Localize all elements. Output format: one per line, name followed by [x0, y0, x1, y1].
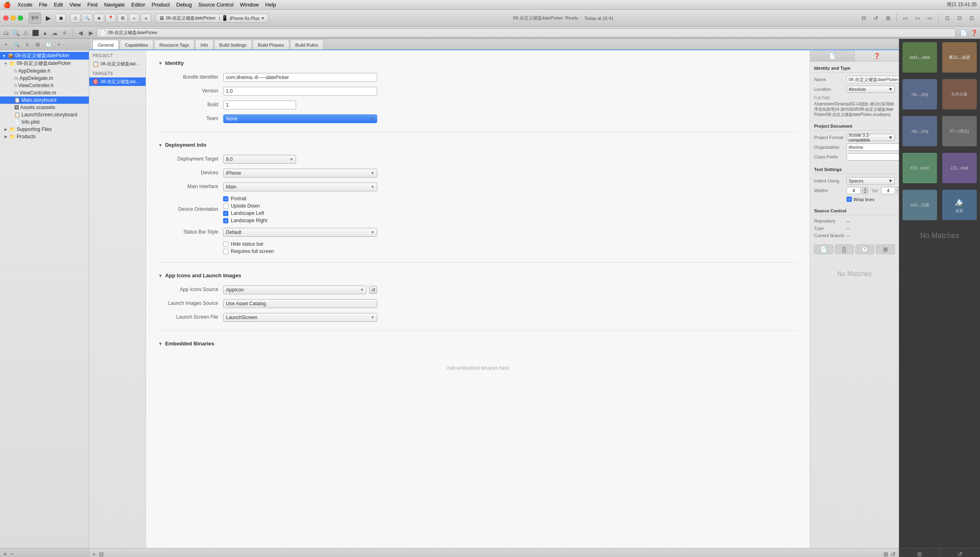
- far-right-file-3[interactable]: nip....png: [903, 79, 937, 109]
- layout-3-button[interactable]: ▭: [924, 14, 935, 23]
- tree-root-project[interactable]: 📦 08-自定义键盘datePicker: [0, 52, 89, 60]
- stop-button[interactable]: 暂停: [29, 13, 41, 24]
- far-right-file-10[interactable]: 🏔️ 桌面: [942, 190, 977, 220]
- orientation-landscapeleft-checkbox[interactable]: ✓: [223, 211, 228, 216]
- far-right-file-7[interactable]: KSI...aster: [903, 153, 937, 183]
- project-format-select[interactable]: Xcode 3.2-compatible ▼: [847, 134, 895, 141]
- indent-width-input[interactable]: [881, 187, 895, 194]
- tree-file-viewcontrollerh[interactable]: h ViewController.h: [0, 82, 89, 89]
- nav-icon-1[interactable]: 📄: [959, 28, 968, 37]
- build-input[interactable]: [223, 101, 296, 109]
- menu-help[interactable]: Help: [265, 2, 276, 8]
- inspector-history-icon[interactable]: 🕐: [855, 244, 875, 254]
- menu-file[interactable]: File: [39, 2, 47, 8]
- sidebar-hierarchy-button[interactable]: ⊞: [33, 41, 42, 49]
- tab-build-settings[interactable]: Build Settings: [214, 40, 252, 49]
- scheme-selector[interactable]: 🖥 08-自定义键盘datePicker | 📱 iPhone 6s Plus …: [155, 14, 269, 23]
- version-input[interactable]: [223, 87, 377, 96]
- inspector-tab-file[interactable]: 📄: [810, 50, 855, 61]
- minimize-button[interactable]: [11, 15, 16, 21]
- file-nav-button[interactable]: 🗂: [2, 28, 11, 37]
- close-button[interactable]: [3, 15, 9, 21]
- tree-group-supporting[interactable]: 📁 Supporting Files: [0, 126, 89, 133]
- nav-icon-2[interactable]: ❓: [969, 28, 978, 37]
- menu-product[interactable]: Product: [152, 2, 170, 8]
- editor-refresh-button[interactable]: ↺: [870, 14, 881, 23]
- tree-file-appdelegatem[interactable]: m AppDelegate.m: [0, 75, 89, 82]
- wrap-lines-checkbox[interactable]: ✓: [847, 197, 852, 202]
- deployment-target-select[interactable]: 9.0 ▼: [223, 155, 296, 164]
- far-right-file-8[interactable]: ZJL...etail: [942, 153, 977, 183]
- back-button[interactable]: ◀: [76, 28, 85, 37]
- app-icons-source-select[interactable]: AppIcon ▼: [223, 285, 367, 294]
- add-group-button[interactable]: +: [3, 551, 7, 557]
- menu-find[interactable]: Find: [87, 2, 97, 8]
- tree-file-mainstoryboard[interactable]: 📋 Main.storyboard: [0, 96, 89, 104]
- inspector-doc-icon[interactable]: 📄: [814, 244, 833, 254]
- tab-general[interactable]: General: [92, 40, 119, 49]
- orientation-upsidedown-checkbox[interactable]: [223, 204, 228, 209]
- requires-fullscreen-checkbox[interactable]: [223, 249, 228, 254]
- app-icons-refresh-button[interactable]: ↺: [369, 286, 377, 294]
- bundle-id-input[interactable]: [223, 73, 377, 82]
- menu-window[interactable]: Window: [240, 2, 259, 8]
- far-right-file-2[interactable]: 第13....业进: [942, 42, 977, 73]
- layout-1-button[interactable]: ▭: [900, 14, 911, 23]
- tree-file-viewcontrollerm[interactable]: m ViewController.m: [0, 89, 89, 96]
- menu-view[interactable]: View: [69, 2, 81, 8]
- sidebar-sort-button[interactable]: ≡: [23, 41, 32, 49]
- tree-group-products[interactable]: 📁 Products: [0, 133, 89, 140]
- maximize-button[interactable]: [18, 15, 23, 21]
- far-right-file-1[interactable]: ios1....xlsx: [903, 42, 937, 73]
- test-nav-button[interactable]: ⬛: [31, 28, 40, 37]
- deployment-toggle[interactable]: ▼: [158, 143, 163, 148]
- class-prefix-input[interactable]: [847, 153, 899, 161]
- stop-square-button[interactable]: ◼: [56, 14, 66, 23]
- far-right-file-6[interactable]: 07---(优化): [942, 116, 977, 146]
- editor-standard-button[interactable]: ⊟: [858, 14, 869, 23]
- hide-left-button[interactable]: ⊡: [942, 14, 952, 23]
- tab-width-input[interactable]: [847, 187, 861, 194]
- menu-source-control[interactable]: Source Control: [198, 2, 234, 8]
- far-right-file-4[interactable]: 车丹分案: [942, 79, 977, 109]
- grid-button[interactable]: ⊞: [117, 14, 128, 23]
- issues-button[interactable]: ⚠: [70, 14, 81, 23]
- location-button[interactable]: 📍: [105, 14, 116, 23]
- tab-build-rules[interactable]: Build Rules: [290, 40, 323, 49]
- tree-file-infoplist[interactable]: 📄 Info.plist: [0, 118, 89, 126]
- project-target-item[interactable]: 📋 08-自定义键盘dat...: [89, 60, 146, 68]
- menu-debug[interactable]: Debug: [176, 2, 192, 8]
- hide-status-checkbox[interactable]: [223, 242, 228, 247]
- hide-bottom-button[interactable]: ⊡: [954, 14, 965, 23]
- tab-width-down[interactable]: ▼: [862, 191, 868, 194]
- remove-file-button[interactable]: −: [10, 551, 14, 557]
- tab-width-up[interactable]: ▲: [862, 187, 868, 191]
- bottom-inspector-button[interactable]: ↺: [891, 551, 896, 557]
- indent-using-select[interactable]: Spaces ▼: [847, 177, 895, 184]
- source-nav-button[interactable]: ≡: [60, 28, 69, 37]
- tab-resource-tags[interactable]: Resource Tags: [154, 40, 194, 49]
- tab-capabilities[interactable]: Capabilities: [120, 40, 153, 49]
- layout-2-button[interactable]: ▭: [912, 14, 923, 23]
- debug-nav-button[interactable]: ▲: [41, 28, 49, 37]
- filter-button[interactable]: ⊟: [99, 551, 104, 557]
- embedded-toggle[interactable]: ▼: [158, 341, 163, 346]
- tree-file-appdelegateh[interactable]: h AppDelegate.h: [0, 67, 89, 75]
- orientation-portrait-checkbox[interactable]: ✓: [223, 196, 228, 201]
- sidebar-extra-button[interactable]: +: [54, 41, 63, 49]
- inspector-grid-icon[interactable]: ⊞: [876, 244, 895, 254]
- editor-assistant-button[interactable]: ⊞: [883, 14, 893, 23]
- search-nav-button[interactable]: 🔍: [11, 28, 20, 37]
- search-button[interactable]: 🔍: [82, 14, 92, 23]
- team-select[interactable]: None ▼: [223, 114, 377, 123]
- far-right-file-9[interactable]: ios1...试题: [903, 190, 937, 220]
- target-item[interactable]: 🎯 08-自定义键盘dat...: [89, 77, 146, 86]
- far-right-btn-2[interactable]: ↺: [940, 548, 980, 557]
- menu-xcode[interactable]: Xcode: [17, 2, 32, 8]
- breakpoint-button[interactable]: ◈: [94, 14, 104, 23]
- sidebar-filter-button[interactable]: 🔍: [12, 41, 21, 49]
- inspector-name-input[interactable]: [847, 76, 899, 83]
- inspector-tab-quick-help[interactable]: ❓: [855, 50, 899, 61]
- tree-file-assets[interactable]: 🖼 Assets.xcassets: [0, 104, 89, 111]
- inspector-code-icon[interactable]: {}: [835, 244, 854, 254]
